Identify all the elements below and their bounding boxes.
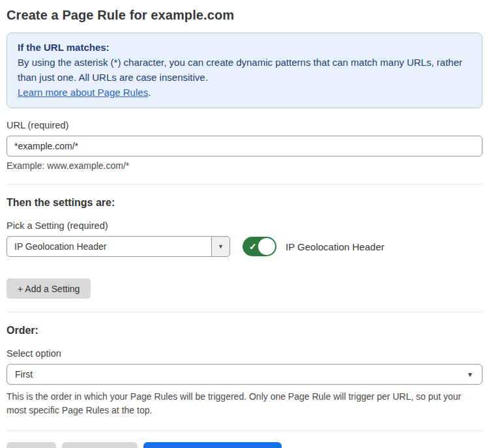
url-input[interactable] xyxy=(7,136,482,157)
info-box-link-row: Learn more about Page Rules. xyxy=(18,85,471,100)
pick-setting-label: Pick a Setting (required) xyxy=(7,220,482,231)
order-select[interactable]: First ▼ xyxy=(7,364,482,385)
ip-geolocation-toggle[interactable]: ✓ xyxy=(243,237,276,256)
footer-divider xyxy=(7,430,482,431)
url-example-hint: Example: www.example.com/* xyxy=(7,160,482,171)
url-match-info-box: If the URL matches: By using the asteris… xyxy=(7,33,482,108)
toggle-label: IP Geolocation Header xyxy=(286,241,385,252)
footer-actions: Cancel Save as Draft Save and Deploy Pag… xyxy=(7,442,482,448)
link-suffix: . xyxy=(148,87,151,98)
save-deploy-button[interactable]: Save and Deploy Page Rule xyxy=(143,442,282,448)
order-section-heading: Order: xyxy=(7,325,482,336)
setting-select[interactable]: IP Geolocation Header ▼ xyxy=(7,236,230,257)
cancel-button[interactable]: Cancel xyxy=(7,442,56,448)
section-divider xyxy=(7,184,482,185)
info-box-heading: If the URL matches: xyxy=(18,40,471,55)
setting-select-value[interactable]: IP Geolocation Header xyxy=(7,236,211,257)
toggle-knob xyxy=(258,238,275,255)
section-divider xyxy=(7,312,482,312)
save-draft-button[interactable]: Save as Draft xyxy=(62,442,138,448)
chevron-down-icon: ▼ xyxy=(218,243,224,250)
create-page-rule-form: Create a Page Rule for example.com If th… xyxy=(0,8,489,448)
info-box-body: By using the asterisk (*) character, you… xyxy=(18,55,471,85)
order-select-value: First xyxy=(15,369,33,380)
page-title: Create a Page Rule for example.com xyxy=(7,8,482,23)
order-select-label: Select option xyxy=(7,348,482,359)
order-help-text: This is the order in which your Page Rul… xyxy=(7,390,482,417)
check-icon: ✓ xyxy=(249,241,257,252)
url-field-label: URL (required) xyxy=(7,120,482,130)
learn-more-link[interactable]: Learn more about Page Rules xyxy=(18,87,148,98)
add-setting-button[interactable]: + Add a Setting xyxy=(7,278,91,299)
settings-section-heading: Then the settings are: xyxy=(7,197,482,209)
chevron-down-icon: ▼ xyxy=(467,371,473,378)
setting-select-caret-button[interactable]: ▼ xyxy=(211,236,230,257)
setting-row: IP Geolocation Header ▼ ✓ IP Geolocation… xyxy=(7,236,482,257)
